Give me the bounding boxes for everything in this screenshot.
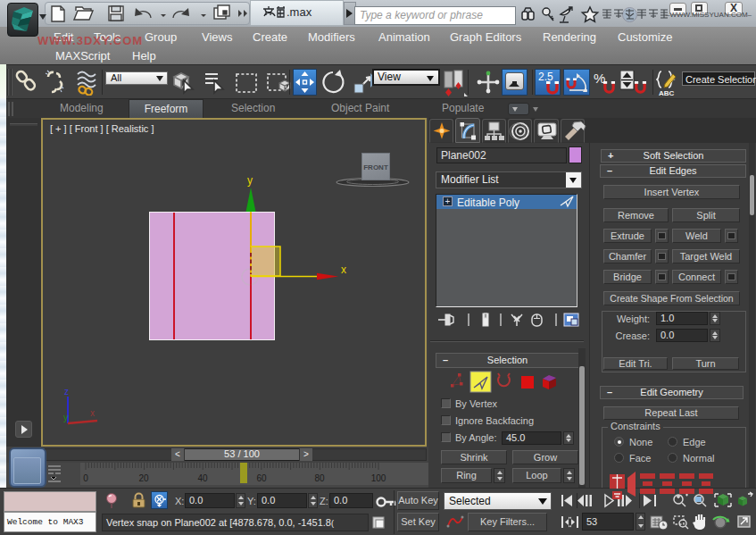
svg-text:x: x xyxy=(341,263,346,276)
svg-text:100: 100 xyxy=(371,473,386,483)
svg-text:y: y xyxy=(63,413,68,422)
svg-text:80: 80 xyxy=(314,473,325,483)
svg-text:60: 60 xyxy=(256,473,267,483)
svg-text:.max: .max xyxy=(287,5,312,19)
svg-text:0: 0 xyxy=(83,473,88,483)
svg-text:y: y xyxy=(247,174,253,187)
svg-text:ABC: ABC xyxy=(659,89,675,96)
svg-text:x: x xyxy=(90,408,95,418)
svg-text:z: z xyxy=(64,388,69,397)
svg-text:40: 40 xyxy=(197,473,208,483)
svg-text:20: 20 xyxy=(138,473,149,483)
